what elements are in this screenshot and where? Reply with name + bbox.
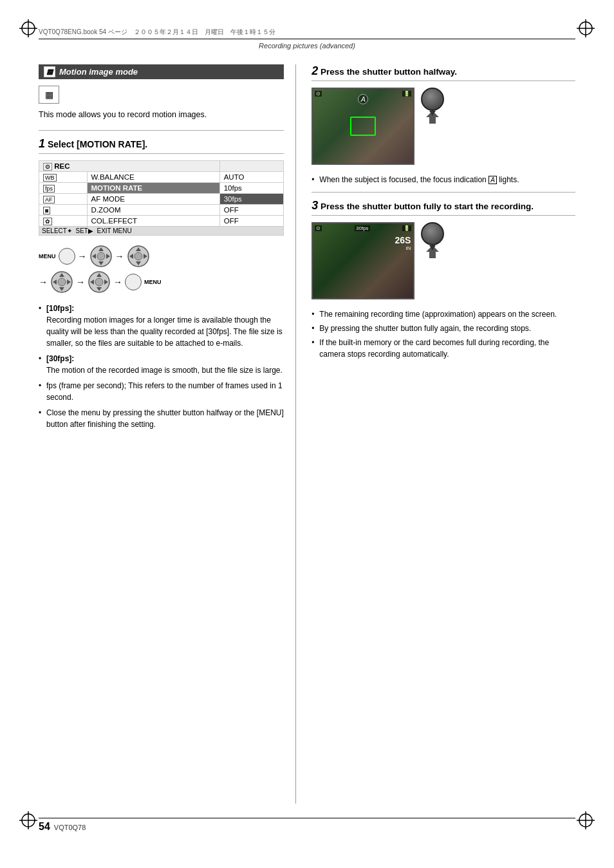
- wb-icon: WB: [43, 174, 57, 182]
- bullet-30fps: [30fps]: The motion of the recorded imag…: [39, 353, 284, 376]
- step2-bullets: When the subject is focused, the focus i…: [312, 174, 575, 185]
- shutter-diagram-step2: [421, 88, 444, 124]
- two-column-layout: ▦ Motion image mode ▦ This mode allows y…: [39, 64, 575, 804]
- arrow-2: →: [115, 251, 124, 261]
- mode-icon-symbol: ▦: [45, 90, 53, 100]
- model-number: VQT0Q78: [54, 824, 86, 831]
- reg-mark-tr: [577, 19, 595, 37]
- mode-icon-box: ▦: [39, 86, 59, 104]
- divider-1: [39, 130, 284, 131]
- left-column: ▦ Motion image mode ▦ This mode allows y…: [39, 64, 296, 804]
- step3-bullet-full: If the built-in memory or the card becom…: [312, 337, 575, 360]
- step3-bullet-stop: By pressing the shutter button fully aga…: [312, 323, 575, 334]
- dpad-3: [50, 270, 73, 294]
- dpad-2: [127, 245, 150, 268]
- page-number: 54: [39, 821, 50, 833]
- lcd-wrapper-step3: ⊙ 30fps 🔋 26S IN: [312, 222, 414, 299]
- nav-diagram: MENU → →: [39, 245, 284, 294]
- reg-mark-tl: [19, 19, 37, 37]
- header-section-text: Recording pictures (advanced): [39, 42, 575, 50]
- step3-heading-text: Press the shutter button fully to start …: [321, 202, 534, 211]
- section-title: Motion image mode: [59, 67, 138, 77]
- lcd-counter: 26S: [395, 235, 411, 245]
- menu-row-wbalance: WB W.BALANCE AUTO: [39, 171, 284, 182]
- rec-label: REC: [54, 162, 70, 170]
- menu-footer-row: SELECT✦ SET▶ EXIT MENU: [39, 226, 284, 235]
- step2-heading: 2 Press the shutter button halfway.: [312, 64, 575, 81]
- step1-bullet-list: [10fps]: Recording motion images for a l…: [39, 303, 284, 430]
- lcd-screen-step2: ⊙ 🔋 A: [312, 88, 414, 165]
- menu-label-1: MENU: [39, 253, 56, 259]
- lcd-counter-sub: IN: [405, 245, 411, 251]
- footer-area: 54 VQT0Q78: [39, 818, 575, 833]
- dpad-4: [88, 270, 111, 294]
- camera-preview-step3: ⊙ 30fps 🔋 26S IN: [312, 222, 575, 299]
- filepath-text: VQT0Q78ENG.book 54 ページ ２００５年２月１４日 月曜日 午後…: [39, 28, 275, 37]
- right-column: 2 Press the shutter button halfway. ⊙ 🔋 …: [309, 64, 575, 804]
- lcd-wrapper-step2: ⊙ 🔋 A: [312, 88, 414, 165]
- section-title-bar: ▦ Motion image mode: [39, 64, 284, 79]
- step3-bullets: The remaining recording time (approximat…: [312, 308, 575, 360]
- shutter-button-step2: [421, 88, 444, 111]
- svg-point-17: [97, 252, 105, 260]
- arrow-1: →: [78, 251, 87, 261]
- fps-icon: fps: [43, 185, 55, 193]
- shutter-diagram-step3: [421, 222, 444, 258]
- menu-row-dzoom: ◙ D.ZOOM OFF: [39, 204, 284, 215]
- lcd-focus-box: [350, 117, 376, 136]
- menu-table: ⊙ REC WB W.BALANCE AUTO fps MOTION RATE …: [39, 160, 284, 236]
- dz-icon: ◙: [43, 207, 50, 214]
- step1-heading-text: Select [MOTION RATE].: [48, 139, 147, 149]
- camera-preview-step2: ⊙ 🔋 A: [312, 88, 575, 165]
- nav-row-2: → →: [39, 270, 162, 294]
- menu-rec-row: ⊙ REC: [39, 160, 284, 171]
- a-indicator: A: [488, 176, 497, 184]
- dpad-1: [89, 245, 113, 268]
- rec-icon: ⊙: [43, 163, 52, 171]
- lcd-screen-step3: ⊙ 30fps 🔋 26S IN: [312, 222, 414, 299]
- step3-heading: 3 Press the shutter button fully to star…: [312, 199, 575, 216]
- bullet-10fps: [10fps]: Recording motion images for a l…: [39, 303, 284, 349]
- nav-menu-btn: [59, 248, 75, 265]
- svg-point-23: [135, 252, 142, 260]
- step1-heading: 1 Select [MOTION RATE].: [39, 137, 284, 154]
- col-icon: ✿: [43, 218, 52, 225]
- lcd-icon-rec: ⊙: [315, 91, 322, 97]
- shutter-button-step3: [421, 222, 444, 245]
- menu-row-afmode: AF AF MODE 30fps: [39, 193, 284, 204]
- bullet-fps-def: fps (frame per second); This refers to t…: [39, 380, 284, 403]
- reg-mark-br: [577, 811, 595, 829]
- header-area: VQT0Q78ENG.book 54 ページ ２００５年２月１４日 月曜日 午後…: [39, 39, 575, 50]
- bullet-close-menu: Close the menu by pressing the shutter b…: [39, 407, 284, 430]
- step2-bullet-focus: When the subject is focused, the focus i…: [312, 174, 575, 185]
- menu-row-coleffect: ✿ COL.EFFECT OFF: [39, 215, 284, 226]
- af-icon: AF: [43, 196, 55, 203]
- lcd-rec-icon: ⊙: [315, 225, 322, 231]
- lcd-icon-bat: 🔋: [402, 91, 411, 97]
- svg-point-35: [95, 278, 103, 286]
- nav-row-1: MENU → →: [39, 245, 150, 268]
- svg-point-29: [58, 278, 66, 286]
- step2-heading-text: Press the shutter button halfway.: [321, 67, 457, 77]
- menu-row-motion-rate: fps MOTION RATE 10fps: [39, 182, 284, 193]
- reg-mark-bl: [19, 811, 37, 829]
- nav-menu-btn-2: [125, 274, 142, 290]
- main-content: ▦ Motion image mode ▦ This mode allows y…: [39, 64, 575, 804]
- lcd-label-a: A: [358, 94, 368, 104]
- section-icon: ▦: [44, 66, 55, 77]
- lcd-rec-overlay: ⊙ 30fps 🔋: [315, 225, 411, 231]
- step3-bullet-remaining: The remaining recording time (approximat…: [312, 308, 575, 320]
- lcd-bat-rec: 🔋: [402, 225, 411, 231]
- divider-2: [312, 192, 575, 193]
- menu-label-2: MENU: [144, 279, 162, 285]
- lcd-fps-display: 30fps: [355, 225, 370, 231]
- intro-text: This mode allows you to record motion im…: [39, 109, 284, 121]
